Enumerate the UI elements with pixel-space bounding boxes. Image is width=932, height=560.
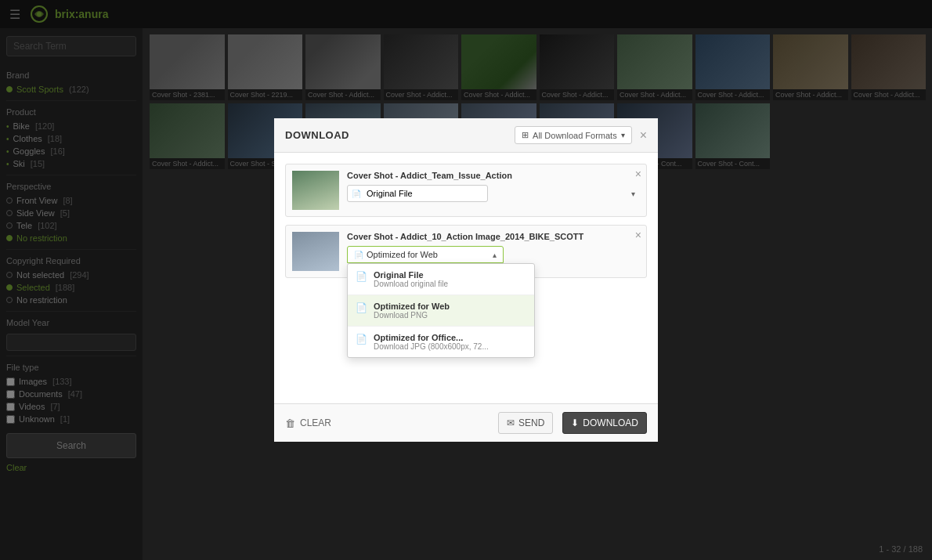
modal-body: Cover Shot - Addict_Team_Issue_Action 📄 … [274, 153, 658, 403]
file-icon: 📄 [354, 251, 363, 259]
dropdown-item-sublabel: Download PNG [374, 311, 450, 320]
modal-header: DOWNLOAD ⊞ All Download Formats ▾ × [274, 118, 658, 153]
send-button[interactable]: ✉ SEND [498, 412, 553, 434]
close-icon[interactable]: × [640, 129, 647, 142]
download-item-name-1: Cover Shot - Addict_Team_Issue_Action [347, 171, 640, 180]
clear-label: CLEAR [300, 417, 331, 428]
chevron-up-icon: ▴ [493, 251, 497, 259]
dropdown-item-sublabel: Download original file [374, 280, 448, 288]
download-item-1: Cover Shot - Addict_Team_Issue_Action 📄 … [285, 164, 647, 217]
download-item-info-2: Cover Shot - Addict_10_Action Image_2014… [347, 232, 640, 263]
download-item-thumb-1 [292, 171, 339, 210]
selected-format-label: Optimized for Web [367, 250, 489, 259]
file-icon: 📄 [356, 271, 367, 282]
dropdown-item-content: Optimized for Web Download PNG [374, 302, 450, 320]
download-icon: ⬇ [571, 417, 579, 428]
download-item-2: Cover Shot - Addict_10_Action Image_2014… [285, 225, 647, 278]
download-modal: DOWNLOAD ⊞ All Download Formats ▾ × Cove… [274, 118, 658, 442]
chevron-down-icon: ▾ [631, 190, 635, 198]
trash-icon: 🗑 [285, 417, 295, 429]
dropdown-item-web[interactable]: 📄 Optimized for Web Download PNG [348, 295, 534, 327]
file-icon: 📄 [356, 302, 367, 313]
clear-button[interactable]: 🗑 CLEAR [285, 417, 331, 429]
dropdown-item-label: Optimized for Office... [374, 333, 489, 342]
format-select-container-2: 📄 Optimized for Web ▴ 📄 Origi [347, 246, 640, 263]
chevron-down-icon: ▾ [621, 131, 625, 139]
send-label: SEND [518, 417, 544, 428]
footer-actions: ✉ SEND ⬇ DOWNLOAD [498, 412, 647, 434]
download-item-close-2[interactable]: × [635, 229, 641, 241]
download-button[interactable]: ⬇ DOWNLOAD [562, 412, 647, 434]
grid-icon: ⊞ [522, 130, 529, 140]
dropdown-item-sublabel: Download JPG (800x600px, 72... [374, 342, 489, 351]
download-item-close-1[interactable]: × [635, 168, 641, 180]
all-formats-button[interactable]: ⊞ All Download Formats ▾ [515, 126, 632, 144]
format-select-1[interactable]: Original File Optimized for Web Optimize… [347, 185, 488, 202]
dropdown-item-content: Optimized for Office... Download JPG (80… [374, 333, 489, 351]
modal-footer: 🗑 CLEAR ✉ SEND ⬇ DOWNLOAD [274, 403, 658, 442]
dropdown-item-label: Original File [374, 270, 448, 280]
file-icon: 📄 [352, 190, 361, 198]
download-item-info-1: Cover Shot - Addict_Team_Issue_Action 📄 … [347, 171, 640, 202]
download-item-name-2: Cover Shot - Addict_10_Action Image_2014… [347, 232, 640, 241]
envelope-icon: ✉ [507, 417, 515, 428]
file-icon: 📄 [356, 334, 367, 345]
modal-overlay: DOWNLOAD ⊞ All Download Formats ▾ × Cove… [0, 0, 932, 560]
all-formats-label: All Download Formats [533, 131, 617, 140]
dropdown-item-content: Original File Download original file [374, 270, 448, 288]
dropdown-item-original[interactable]: 📄 Original File Download original file [348, 264, 534, 295]
dropdown-item-office[interactable]: 📄 Optimized for Office... Download JPG (… [348, 327, 534, 357]
dropdown-item-label: Optimized for Web [374, 302, 450, 311]
download-label: DOWNLOAD [583, 417, 638, 428]
download-items-list: Cover Shot - Addict_Team_Issue_Action 📄 … [285, 164, 647, 278]
download-item-2-wrapper: Cover Shot - Addict_10_Action Image_2014… [285, 225, 647, 278]
format-select-container-1: 📄 Original File Optimized for Web Optimi… [347, 185, 640, 202]
modal-title: DOWNLOAD [285, 129, 349, 141]
download-item-thumb-2 [292, 232, 339, 271]
format-dropdown-open: 📄 Original File Download original file 📄 [347, 263, 535, 358]
format-select-btn-2[interactable]: 📄 Optimized for Web ▴ [347, 246, 504, 263]
